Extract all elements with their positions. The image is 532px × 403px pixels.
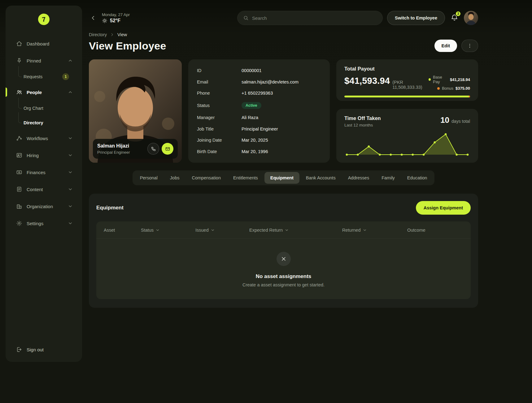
detail-label: Manager <box>197 115 242 120</box>
detail-value: Principal Engineer <box>242 126 278 131</box>
sidebar-item-label: Directory <box>24 120 43 125</box>
payout-title: Total Payout <box>344 66 470 72</box>
notifications-button[interactable]: 3 <box>450 13 459 23</box>
more-options-button[interactable] <box>461 40 478 52</box>
payout-bar-base <box>344 96 469 97</box>
payout-amount: $41,593.94 <box>344 76 390 86</box>
timeoff-subtitle: Last 12 months <box>344 123 381 127</box>
sidebar-item-workflows[interactable]: Workflows <box>6 131 82 145</box>
chevron-down-icon <box>68 136 73 141</box>
chevron-down-icon <box>363 228 367 232</box>
time-off-card: Time Off Taken Last 12 months 10 days to… <box>336 109 478 163</box>
sidebar-item-org-chart[interactable]: Org Chart <box>6 102 82 114</box>
logo[interactable]: 7 <box>37 13 50 26</box>
column-header-issued[interactable]: Issued <box>195 228 249 233</box>
sidebar-item-directory[interactable]: Directory <box>6 117 82 129</box>
sidebar-item-hiring[interactable]: Hiring <box>6 148 82 162</box>
tab-education[interactable]: Education <box>401 172 433 184</box>
detail-row-joining-date: Joining Date Mar 20, 2025 <box>197 138 321 143</box>
avatar-image <box>464 11 478 25</box>
timeoff-chart <box>344 131 470 157</box>
chevron-down-icon <box>68 204 73 209</box>
tab-compensation[interactable]: Compensation <box>186 172 227 184</box>
tab-equipment[interactable]: Equipment <box>264 172 299 184</box>
sidebar-item-settings[interactable]: Settings <box>6 216 82 230</box>
detail-label: Birth Date <box>197 149 242 154</box>
detail-label: ID <box>197 68 242 73</box>
logo-wrap: 7 <box>6 14 82 25</box>
legend-bonus: Bonus $375.00 <box>437 86 470 91</box>
back-button[interactable] <box>89 14 98 22</box>
chevron-down-icon <box>68 153 73 158</box>
sidebar-nav: Dashboard Pinned Requests 1 <box>6 36 82 233</box>
topbar-actions: Switch to Employee 3 <box>387 11 478 25</box>
sidebar-item-label: Hiring <box>27 153 39 158</box>
sidebar-item-requests[interactable]: Requests 1 <box>6 71 82 83</box>
assign-equipment-button[interactable]: Assign Equipment <box>416 201 471 215</box>
detail-value: Mar 20, 2025 <box>242 138 268 143</box>
sidebar-item-finances[interactable]: Finances <box>6 165 82 179</box>
chevron-down-icon <box>155 228 160 232</box>
sidebar-item-people[interactable]: People <box>6 85 82 99</box>
detail-row-phone: Phone +1 6502299363 <box>197 91 321 96</box>
detail-label: Job Title <box>197 126 242 131</box>
tab-personal[interactable]: Personal <box>134 172 164 184</box>
logo-glyph: 7 <box>41 15 46 23</box>
people-icon <box>16 89 22 95</box>
finances-icon <box>16 169 22 175</box>
call-button[interactable] <box>147 143 159 155</box>
sidebar-item-label: People <box>27 90 42 95</box>
signout-button[interactable]: Sign out <box>6 340 82 362</box>
legend-base-pay: Base Pay $41,218.94 <box>429 75 470 84</box>
detail-value: 00000001 <box>242 68 262 73</box>
edit-button[interactable]: Edit <box>434 40 457 52</box>
sidebar-item-dashboard[interactable]: Dashboard <box>6 36 82 51</box>
chevron-down-icon <box>285 228 289 232</box>
column-header-asset: Asset <box>104 228 141 233</box>
employee-role: Principal Engineer <box>97 150 130 155</box>
temperature-label: 52°F <box>110 18 120 24</box>
column-header-status[interactable]: Status <box>141 228 195 233</box>
base-pay-dot <box>429 78 431 81</box>
sidebar-item-label: Pinned <box>27 58 41 63</box>
payout-amount-pkr: (PKR 11,508,333.33) <box>392 80 429 90</box>
detail-value: salman.hijazi@devletes.com <box>242 79 299 84</box>
employee-tabs: Personal Jobs Compensation Entitlements … <box>133 170 435 185</box>
chevron-down-icon <box>211 228 215 232</box>
sidebar-item-organization[interactable]: Organization <box>6 199 82 213</box>
detail-label: Joining Date <box>197 138 242 143</box>
tab-jobs[interactable]: Jobs <box>164 172 185 184</box>
signout-label: Sign out <box>27 347 44 352</box>
email-button[interactable] <box>162 143 173 155</box>
employee-name: Salman Hijazi <box>97 143 130 149</box>
employee-details-card: ID 00000001 Email salman.hijazi@devletes… <box>188 59 330 163</box>
sidebar-item-label: Requests <box>24 74 42 79</box>
close-icon <box>277 252 291 266</box>
user-avatar[interactable] <box>464 11 478 25</box>
chevron-up-icon <box>68 58 73 63</box>
tab-entitlements[interactable]: Entitlements <box>227 172 264 184</box>
column-header-returned[interactable]: Returned <box>342 228 407 233</box>
notification-count-badge: 3 <box>455 11 461 17</box>
search-input[interactable] <box>252 15 377 21</box>
sidebar-item-pinned[interactable]: Pinned <box>6 54 82 68</box>
tab-family[interactable]: Family <box>376 172 401 184</box>
tab-bank-accounts[interactable]: Bank Accounts <box>300 172 342 184</box>
breadcrumb-directory[interactable]: Directory <box>89 32 107 37</box>
column-header-expected-return[interactable]: Expected Return <box>249 228 342 233</box>
tabs-wrap: Personal Jobs Compensation Entitlements … <box>89 170 478 185</box>
sidebar-item-label: Content <box>27 187 43 192</box>
equipment-title: Equipment <box>96 205 124 211</box>
employee-photo-card: Salman Hijazi Principal Engineer <box>89 59 182 163</box>
pin-icon <box>16 58 22 64</box>
sidebar-item-label: Settings <box>27 221 43 226</box>
tab-addresses[interactable]: Addresses <box>342 172 375 184</box>
payout-bar-bonus <box>469 96 470 97</box>
weather-widget: Monday, 27 Apr 52°F <box>102 12 130 24</box>
equipment-panel: Equipment Assign Equipment Asset Status … <box>89 194 478 308</box>
employee-name-card: Salman Hijazi Principal Engineer <box>93 139 178 159</box>
switch-to-employee-button[interactable]: Switch to Employee <box>387 11 445 25</box>
sidebar-item-content[interactable]: Content <box>6 182 82 196</box>
detail-label: Email <box>197 79 242 84</box>
topbar: Monday, 27 Apr 52°F Switch to Employee <box>89 9 478 27</box>
